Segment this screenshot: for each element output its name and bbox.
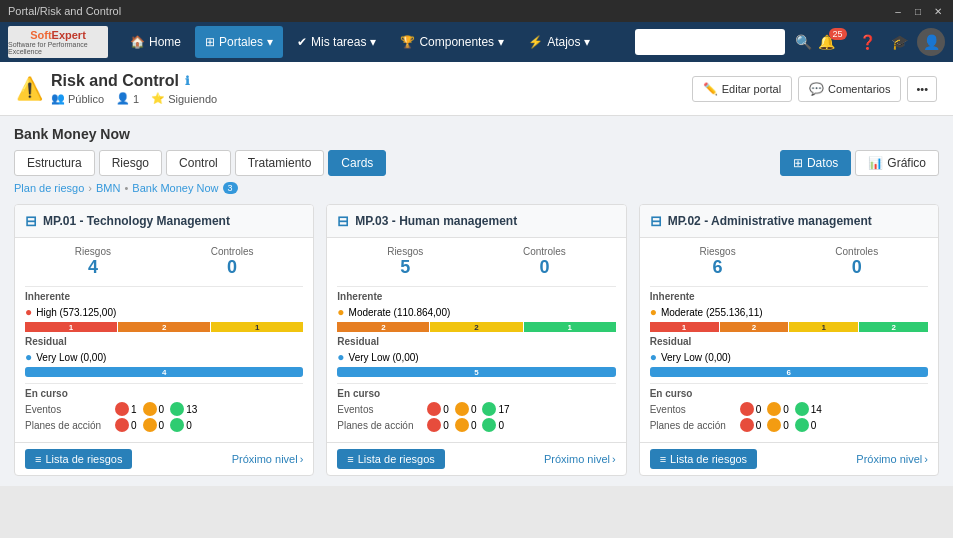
componentes-label: Componentes (419, 35, 494, 49)
home-button[interactable]: 🏠 Home (120, 26, 191, 58)
chevron-right-icon: › (300, 453, 304, 465)
settings-button[interactable]: 🎓 (885, 28, 913, 56)
controles-value: 0 (835, 257, 878, 278)
grafico-label: Gráfico (887, 156, 926, 170)
list-icon: ≡ (347, 453, 353, 465)
planes-green-dot (795, 418, 809, 432)
tab-estructura[interactable]: Estructura (14, 150, 95, 176)
seg: 2 (430, 322, 522, 332)
breadcrumb-bmn[interactable]: BMN (96, 182, 120, 194)
proximo-label: Próximo nivel (232, 453, 298, 465)
mis-tareas-button[interactable]: ✔ Mis tareas ▾ (287, 26, 386, 58)
eventos-orange-val: 0 (159, 404, 165, 415)
seg: 1 (25, 322, 117, 332)
chevron-right-icon: › (924, 453, 928, 465)
check-icon: ✔ (297, 35, 307, 49)
notifications-button[interactable]: 🔔 25 (821, 28, 849, 56)
lista-riesgos-button[interactable]: ≡ Lista de riesgos (337, 449, 444, 469)
inherente-icon: ● (25, 305, 32, 319)
portales-button[interactable]: ⊞ Portales ▾ (195, 26, 283, 58)
eventos-row: Eventos 1 0 13 (25, 402, 303, 416)
eventos-orange-val: 0 (783, 404, 789, 415)
residual-bar-wrap: 6 (650, 367, 928, 377)
proximo-nivel-link[interactable]: Próximo nivel › (856, 453, 928, 465)
lista-riesgos-button[interactable]: ≡ Lista de riesgos (650, 449, 757, 469)
page-title: Risk and Control (51, 72, 179, 90)
help-icon: ❓ (859, 34, 876, 50)
eventos-row: Eventos 0 0 17 (337, 402, 615, 416)
planes-red-val: 0 (756, 420, 762, 431)
tabs-left: Estructura Riesgo Control Tratamiento Ca… (14, 150, 386, 176)
planes-row: Planes de acción 0 0 0 (650, 418, 928, 432)
riesgos-label: Riesgos (387, 246, 423, 257)
inherente-label: Inherente (25, 291, 303, 302)
trophy-icon: 🏆 (400, 35, 415, 49)
planes-green-dot (170, 418, 184, 432)
minimize-button[interactable]: – (891, 4, 905, 18)
inherente-level-text: Moderate (255.136,11) (661, 307, 763, 318)
comment-icon: 💬 (809, 82, 824, 96)
planes-red-dot (115, 418, 129, 432)
tab-control[interactable]: Control (166, 150, 231, 176)
riesgos-stat: Riesgos 5 (387, 246, 423, 278)
atajos-chevron: ▾ (584, 35, 590, 49)
residual-level: ● Very Low (0,00) (25, 350, 303, 364)
divider2 (25, 383, 303, 384)
breadcrumb-plan[interactable]: Plan de riesgo (14, 182, 84, 194)
close-button[interactable]: ✕ (931, 4, 945, 18)
edit-portal-button[interactable]: ✏️ Editar portal (692, 76, 792, 102)
planes-badges: 0 0 0 (740, 418, 817, 432)
chevron-right-icon: › (612, 453, 616, 465)
planes-orange-val: 0 (159, 420, 165, 431)
card-body: Riesgos 5 Controles 0 Inherente ● Modera… (327, 238, 625, 442)
residual-bar-fill: 6 (650, 367, 928, 377)
componentes-button[interactable]: 🏆 Componentes ▾ (390, 26, 514, 58)
planes-label: Planes de acción (337, 420, 427, 431)
avatar[interactable]: 👤 (917, 28, 945, 56)
visibility-label: Público (68, 93, 104, 105)
list-icon: ≡ (660, 453, 666, 465)
atajos-button[interactable]: ⚡ Atajos ▾ (518, 26, 600, 58)
maximize-button[interactable]: □ (911, 4, 925, 18)
inherente-bar: 221 (337, 322, 615, 332)
seg: 1 (650, 322, 719, 332)
red-dot (740, 402, 754, 416)
planes-badges: 0 0 0 (427, 418, 504, 432)
help-button[interactable]: ❓ (853, 28, 881, 56)
green-dot (170, 402, 184, 416)
comments-button[interactable]: 💬 Comentarios (798, 76, 901, 102)
riesgos-label: Riesgos (75, 246, 111, 257)
eventos-badges: 0 0 14 (740, 402, 822, 416)
proximo-nivel-link[interactable]: Próximo nivel › (544, 453, 616, 465)
controles-value: 0 (523, 257, 566, 278)
breadcrumb-count: 3 (223, 182, 238, 194)
divider (25, 286, 303, 287)
tab-riesgo[interactable]: Riesgo (99, 150, 162, 176)
notif-count: 25 (829, 28, 847, 40)
tab-cards[interactable]: Cards (328, 150, 386, 176)
seg: 2 (118, 322, 210, 332)
tab-tratamiento[interactable]: Tratamiento (235, 150, 325, 176)
proximo-nivel-link[interactable]: Próximo nivel › (232, 453, 304, 465)
eventos-green-val: 13 (186, 404, 197, 415)
search-input[interactable] (635, 29, 785, 55)
inherente-level-text: Moderate (110.864,00) (349, 307, 451, 318)
planes-orange-dot (455, 418, 469, 432)
mis-tareas-label: Mis tareas (311, 35, 366, 49)
more-button[interactable]: ••• (907, 76, 937, 102)
portales-icon: ⊞ (205, 35, 215, 49)
encurso-label: En curso (650, 388, 928, 399)
info-icon[interactable]: ℹ (185, 74, 190, 88)
follow-label: Siguiendo (168, 93, 217, 105)
tab-datos[interactable]: ⊞ Datos (780, 150, 851, 176)
planes-row: Planes de acción 0 0 0 (25, 418, 303, 432)
residual-bar-fill: 4 (25, 367, 303, 377)
lista-riesgos-button[interactable]: ≡ Lista de riesgos (25, 449, 132, 469)
card-body: Riesgos 4 Controles 0 Inherente ● High (… (15, 238, 313, 442)
tab-grafico[interactable]: 📊 Gráfico (855, 150, 939, 176)
breadcrumb-bank[interactable]: Bank Money Now (132, 182, 218, 194)
edit-icon: ✏️ (703, 82, 718, 96)
search-button[interactable]: 🔍 (789, 28, 817, 56)
page-title-area: ⚠️ Risk and Control ℹ 👥 Público 👤 1 ⭐ Si… (16, 72, 217, 105)
lista-label: Lista de riesgos (670, 453, 747, 465)
